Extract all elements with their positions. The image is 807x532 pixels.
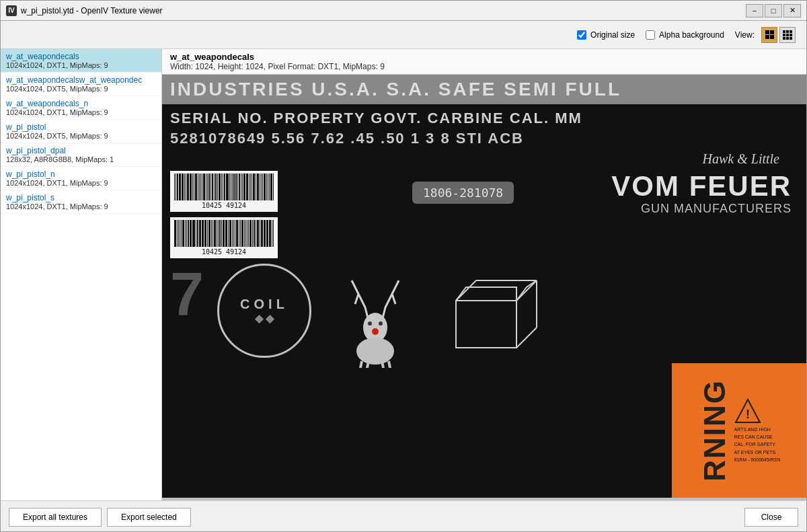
- texture-numbers-row: 5281078649 5.56 7.62 .45 .50 1 3 8 STI A…: [162, 128, 806, 150]
- bottom-left-buttons: Export all textures Export selected: [9, 508, 191, 527]
- app-icon: IV: [6, 5, 17, 16]
- texture-serial-badge: 1806-281078: [412, 182, 514, 204]
- window-title: w_pi_pistol.ytd - OpenIV Texture viewer: [21, 6, 163, 15]
- sidebar-item-0[interactable]: w_at_weapondecals 1024x1024, DXT1, MipMa…: [1, 49, 161, 73]
- warning-side-text-2: RES CAN CAUSE: [734, 434, 781, 440]
- sidebar-item-info-1: 1024x1024, DXT5, MipMaps: 9: [6, 85, 156, 93]
- sidebar-item-info-5: 1024x1024, DXT1, MipMaps: 9: [6, 179, 156, 187]
- original-size-option: Original size: [577, 30, 635, 40]
- warning-side-text-1: ARTS AND HIGH: [734, 426, 781, 432]
- barcode-number-1: 10425 49124: [174, 202, 274, 209]
- texture-info-bar: w_at_weapondecals Width: 1024, Height: 1…: [162, 49, 806, 75]
- warning-triangle-icon: !: [734, 398, 761, 425]
- window-close-button[interactable]: ✕: [783, 4, 801, 17]
- texture-bottom-section: 7 COIL ◆ ◆: [162, 261, 806, 374]
- texture-barcodes: 10425 49124: [170, 171, 278, 258]
- texture-vom-feuer: VOM FEUER GUN MANUFACTURERS: [555, 171, 798, 216]
- sidebar-item-name-0: w_at_weapondecals: [6, 52, 156, 61]
- small-grid-icon: [783, 30, 792, 40]
- texture-area: w_at_weapondecals Width: 1024, Height: 1…: [162, 49, 806, 500]
- sidebar-item-6[interactable]: w_pi_pistol_s 1024x1024, DXT1, MipMaps: …: [1, 190, 161, 214]
- package-svg: [443, 267, 543, 354]
- barcode-bars-1: [174, 174, 274, 200]
- coil-logo: COIL ◆ ◆: [217, 264, 311, 358]
- view-icons: [761, 27, 796, 43]
- texture-top-strip: INDUSTRIES U.S.A. S.A. SAFE SEMI FULL: [162, 75, 806, 104]
- barcode-number-2: 10425 49124: [174, 248, 274, 256]
- bottom-bar: Export all textures Export selected Clos…: [1, 500, 806, 532]
- sidebar-item-name-6: w_pi_pistol_s: [6, 193, 156, 202]
- restore-button[interactable]: □: [765, 4, 782, 17]
- view-option: View:: [735, 27, 796, 43]
- warning-side-text-4: AT EYES OR PETS: [734, 449, 781, 455]
- sidebar-item-name-2: w_at_weapondecals_n: [6, 99, 156, 108]
- sidebar-item-4[interactable]: w_pi_pistol_dpal 128x32, A8R8G8B8, MipMa…: [1, 143, 161, 167]
- original-size-checkbox[interactable]: [577, 30, 586, 40]
- svg-text:!: !: [746, 408, 750, 421]
- svg-line-5: [389, 361, 391, 368]
- sidebar-item-1[interactable]: w_at_weapondecalsw_at_weapondec 1024x102…: [1, 73, 161, 96]
- sidebar: w_at_weapondecals 1024x1024, DXT1, MipMa…: [1, 49, 162, 500]
- barcode-bars-2: [174, 220, 274, 247]
- warning-block: RNING ! ARTS AND HIGH RES CAN CAUSE CAL.…: [672, 363, 806, 498]
- coil-text: COIL: [240, 297, 289, 312]
- alpha-bg-option: Alpha background: [646, 30, 724, 40]
- vom-feuer-sub: GUN MANUFACTURERS: [555, 202, 792, 216]
- warning-rning-text: RNING: [698, 379, 732, 482]
- sidebar-item-3[interactable]: w_pi_pistol 1024x1024, DXT5, MipMaps: 9: [1, 120, 161, 143]
- svg-rect-9: [456, 301, 516, 348]
- svg-line-14: [516, 328, 537, 348]
- minimize-button[interactable]: −: [746, 4, 763, 17]
- sidebar-item-info-2: 1024x1024, DXT1, MipMaps: 9: [6, 108, 156, 116]
- deer-svg: [332, 267, 419, 368]
- alpha-bg-checkbox[interactable]: [646, 30, 655, 40]
- svg-point-6: [372, 328, 379, 335]
- alpha-bg-label: Alpha background: [659, 30, 724, 40]
- sidebar-item-5[interactable]: w_pi_pistol_n 1024x1024, DXT1, MipMaps: …: [1, 167, 161, 190]
- texture-name: w_at_weapondecals: [170, 52, 798, 62]
- view-label: View:: [735, 30, 755, 40]
- texture-content: INDUSTRIES U.S.A. S.A. SAFE SEMI FULL SE…: [162, 75, 806, 498]
- original-size-label: Original size: [590, 30, 635, 40]
- svg-point-1: [356, 338, 394, 365]
- sidebar-item-info-3: 1024x1024, DXT5, MipMaps: 9: [6, 132, 156, 140]
- export-selected-button[interactable]: Export selected: [107, 508, 191, 527]
- package-figure: [439, 264, 547, 358]
- warning-bottom-text: 81RM - 0000645/RSN: [734, 457, 781, 463]
- texture-middle-section: 10425 49124: [162, 168, 806, 261]
- sidebar-item-name-1: w_at_weapondecalsw_at_weapondec: [6, 75, 156, 85]
- vom-feuer-title: VOM FEUER: [555, 171, 792, 202]
- view-small-button[interactable]: [779, 27, 796, 43]
- deer-figure: [325, 264, 426, 371]
- sidebar-item-info-4: 128x32, A8R8G8B8, MipMaps: 1: [6, 155, 156, 163]
- svg-point-7: [368, 321, 372, 326]
- warning-side-text-3: CAL. FOR SAFETY.: [734, 441, 781, 447]
- barcode-2: 10425 49124: [170, 217, 278, 258]
- sidebar-item-info-0: 1024x1024, DXT1, MipMaps: 9: [6, 61, 156, 69]
- svg-point-8: [379, 321, 383, 326]
- window-controls: − □ ✕: [746, 4, 801, 17]
- sidebar-item-name-5: w_pi_pistol_n: [6, 169, 156, 179]
- barcode-1: 10425 49124: [170, 171, 278, 212]
- title-bar: IV w_pi_pistol.ytd - OpenIV Texture view…: [1, 1, 806, 21]
- large-grid-icon: [765, 30, 774, 39]
- texture-serial-row: SERIAL NO. PROPERTY GOVT. CARBINE CAL. M…: [162, 104, 806, 128]
- sidebar-item-name-3: w_pi_pistol: [6, 122, 156, 132]
- texture-details: Width: 1024, Height: 1024, Pixel Format:…: [170, 62, 798, 71]
- sidebar-item-info-6: 1024x1024, DXT1, MipMaps: 9: [6, 202, 156, 211]
- svg-line-2: [360, 361, 362, 368]
- texture-hawk-row: Hawk & Little: [162, 150, 806, 168]
- close-button[interactable]: Close: [744, 508, 798, 527]
- texture-display: INDUSTRIES U.S.A. S.A. SAFE SEMI FULL SE…: [162, 75, 806, 498]
- main-area: w_at_weapondecals 1024x1024, DXT1, MipMa…: [1, 49, 806, 500]
- toolbar: Original size Alpha background View:: [1, 21, 806, 49]
- sidebar-item-2[interactable]: w_at_weapondecals_n 1024x1024, DXT1, Mip…: [1, 96, 161, 120]
- view-large-button[interactable]: [761, 27, 777, 43]
- texture-number-7: 7: [170, 264, 204, 324]
- export-all-button[interactable]: Export all textures: [9, 508, 102, 527]
- sidebar-item-name-4: w_pi_pistol_dpal: [6, 146, 156, 155]
